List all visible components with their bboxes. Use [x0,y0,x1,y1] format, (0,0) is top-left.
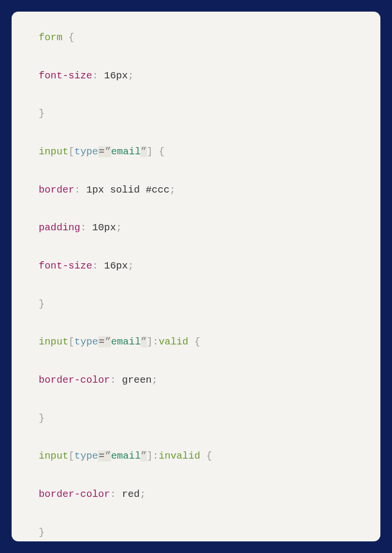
token-punc: [ [69,146,74,157]
token-property: border-color [39,489,110,500]
code-line: font-size: 16px; [39,259,353,273]
token-colon: : [80,222,86,233]
token-tag: invalid [159,450,200,462]
token-attr: type [74,336,98,347]
blank-line [39,463,353,488]
token-str: email [111,450,141,462]
token-eq: = [98,336,105,347]
token-punc: : [153,336,159,347]
token-colon: : [110,374,116,386]
code-line: input[type=”email”]:invalid { [39,449,353,463]
token-semicolon: ; [140,489,145,500]
token-tag: input [39,146,69,157]
code-line: border-color: red; [39,488,353,501]
token-quote: ” [141,450,146,462]
token-hash: #ccc [146,184,170,195]
token-str: email [111,146,141,157]
token-str: email [111,336,141,347]
blank-line [39,311,353,335]
token-attr: type [74,450,98,462]
token-property: font-size [39,70,92,81]
blank-line [39,349,353,374]
token-brace: } [39,108,44,119]
token-sp [140,184,145,195]
token-punc: ] [147,146,153,157]
blank-line [39,425,353,449]
code-line: border-color: green; [39,374,353,387]
code-line: padding: 10px; [39,221,353,235]
code-line: border: 1px solid #ccc; [39,183,353,197]
token-kw: solid [110,184,140,195]
token-quote: ” [141,146,146,157]
token-brace: { [159,146,164,157]
token-punc: [ [69,336,74,347]
token-punc: ] [147,450,153,462]
token-punc: [ [69,450,74,462]
code-line: input[type=”email”] { [39,145,353,159]
token-property: border [39,184,74,195]
token-tag: input [39,336,69,347]
token-num: 16 [104,260,116,271]
token-kw: red [122,489,140,500]
token-eq: = [98,146,105,157]
code-line: input[type=”email”]:valid { [39,335,353,349]
token-punc: ] [147,336,153,347]
code-block: form {font-size: 16px;}input[type=”email… [12,12,380,541]
token-colon: : [74,184,80,195]
blank-line [39,387,353,412]
token-semicolon: ; [128,260,134,271]
token-unit: px [92,184,104,195]
code-line: form { [39,31,353,45]
token-eq: = [98,450,105,462]
token-quote: ” [105,336,111,347]
code-line: } [39,526,353,539]
token-tag: valid [159,336,189,347]
token-tag: form [39,32,62,43]
token-num: 16 [104,70,116,81]
blank-line [39,120,353,145]
token-brace: { [206,450,212,462]
token-unit: px [104,222,116,233]
token-punc: : [153,450,159,462]
token-attr: type [74,146,98,157]
token-brace: } [39,413,44,424]
token-property: padding [39,222,80,233]
token-semicolon: ; [170,184,175,195]
token-colon: : [110,489,116,500]
blank-line [39,196,353,221]
token-colon: : [92,70,98,81]
token-semicolon: ; [152,374,158,386]
token-unit: px [116,70,128,81]
token-property: border-color [39,374,110,386]
code-line: } [39,298,353,311]
code-line: } [39,412,353,425]
token-sp [104,184,110,195]
blank-line [39,159,353,183]
token-brace: } [39,527,44,538]
blank-line [39,273,353,298]
token-semicolon: ; [128,70,134,81]
token-colon: : [92,260,98,271]
blank-line [39,45,353,69]
token-brace: } [39,299,44,310]
blank-line [39,235,353,259]
code-line: } [39,107,353,120]
token-brace: { [194,336,200,347]
token-tag: input [39,450,69,462]
token-property: font-size [39,260,92,271]
token-quote: ” [141,336,146,347]
token-brace: { [69,32,74,43]
token-quote: ” [105,450,111,462]
token-num: 1 [86,184,92,195]
code-line: font-size: 16px; [39,69,353,83]
token-semicolon: ; [116,222,122,233]
token-kw: green [122,374,152,386]
blank-line [39,501,353,526]
blank-line [39,82,353,107]
token-unit: px [116,260,128,271]
token-num: 10 [92,222,104,233]
token-quote: ” [105,146,111,157]
